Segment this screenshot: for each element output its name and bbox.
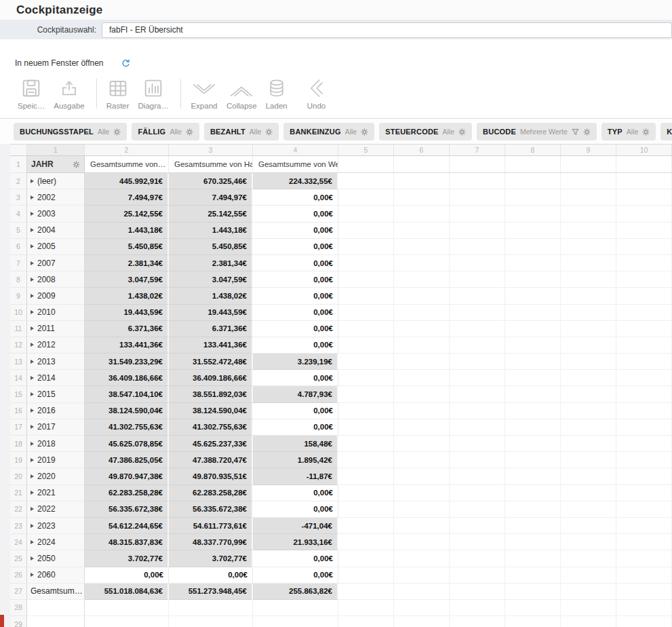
value-cell[interactable]: 38.547.104,10€: [85, 386, 169, 402]
toolbar-button-laden[interactable]: Laden: [266, 76, 288, 110]
refresh-icon[interactable]: [121, 59, 130, 68]
empty-cell[interactable]: [505, 370, 561, 386]
gear-icon[interactable]: [73, 161, 80, 168]
row-label-cell[interactable]: 2008: [27, 271, 85, 288]
empty-cell[interactable]: [616, 419, 672, 436]
expand-arrow-icon[interactable]: [31, 474, 34, 478]
empty-cell[interactable]: [394, 288, 450, 304]
value-cell[interactable]: 1.438,02€: [169, 288, 253, 304]
value-cell[interactable]: 4.787,93€: [253, 386, 338, 402]
empty-cell[interactable]: [338, 206, 394, 222]
empty-cell[interactable]: [450, 452, 505, 468]
value-cell[interactable]: 36.409.186,66€: [169, 370, 253, 386]
column-header-cell[interactable]: Gesamtsumme von Haben: [169, 156, 253, 173]
empty-cell[interactable]: [616, 452, 672, 468]
empty-cell[interactable]: [394, 550, 450, 567]
value-cell[interactable]: 0,00€: [253, 567, 338, 584]
row-label-cell[interactable]: Gesamtsum…: [27, 584, 85, 600]
row-label-cell[interactable]: 2015: [27, 386, 85, 402]
empty-cell[interactable]: [505, 518, 561, 534]
toolbar-button-save[interactable]: Speic…: [18, 76, 45, 110]
empty-cell[interactable]: [394, 305, 450, 321]
empty-cell[interactable]: [450, 534, 505, 550]
expand-arrow-icon[interactable]: [31, 524, 34, 528]
value-cell[interactable]: 0,00€: [253, 223, 338, 239]
empty-cell[interactable]: [450, 501, 505, 518]
toolbar-button-expand[interactable]: Expand: [191, 76, 218, 110]
empty-cell[interactable]: [338, 501, 394, 518]
empty-cell[interactable]: [338, 255, 394, 271]
empty-cell[interactable]: [338, 584, 394, 600]
empty-cell[interactable]: [616, 239, 672, 255]
value-cell[interactable]: 62.283.258,28€: [169, 485, 253, 501]
empty-cell[interactable]: [338, 436, 394, 452]
value-cell[interactable]: 31.549.233,29€: [85, 354, 169, 370]
empty-cell[interactable]: [616, 255, 672, 271]
empty-cell[interactable]: [561, 386, 616, 402]
empty-cell[interactable]: [338, 616, 394, 627]
empty-cell[interactable]: [338, 452, 394, 468]
value-cell[interactable]: 38.124.590,04€: [169, 403, 253, 419]
empty-cell[interactable]: [338, 354, 394, 370]
empty-cell[interactable]: [450, 337, 505, 354]
value-cell[interactable]: 158,48€: [253, 436, 338, 452]
row-label-cell[interactable]: 2022: [27, 501, 85, 518]
value-cell[interactable]: 3.047,59€: [85, 271, 169, 288]
value-cell[interactable]: 45.625.237,33€: [169, 436, 253, 452]
row-label-cell[interactable]: 2013: [27, 354, 85, 370]
empty-cell[interactable]: [616, 337, 672, 354]
empty-cell[interactable]: [394, 386, 450, 402]
empty-cell[interactable]: [505, 584, 561, 600]
gear-icon[interactable]: [265, 128, 273, 136]
empty-cell[interactable]: [450, 173, 505, 189]
value-cell[interactable]: -471,04€: [253, 518, 338, 534]
empty-cell[interactable]: [338, 189, 394, 206]
value-cell[interactable]: 1.895,42€: [253, 452, 338, 468]
empty-cell[interactable]: [561, 550, 616, 567]
empty-cell[interactable]: [505, 550, 561, 567]
value-cell[interactable]: 41.302.755,63€: [85, 419, 169, 436]
empty-cell[interactable]: [394, 584, 450, 600]
open-new-window-link[interactable]: In neuem Fenster öffnen: [15, 58, 104, 68]
row-label-cell[interactable]: 2023: [27, 518, 85, 534]
empty-cell[interactable]: [338, 288, 394, 304]
value-cell[interactable]: 133.441,36€: [169, 337, 253, 354]
empty-cell[interactable]: [338, 321, 394, 337]
empty-cell[interactable]: [616, 567, 672, 584]
row-label-cell[interactable]: 2017: [27, 419, 85, 436]
gear-icon[interactable]: [186, 128, 193, 136]
empty-cell[interactable]: [616, 354, 672, 370]
gear-icon[interactable]: [458, 128, 466, 136]
empty-cell[interactable]: [450, 600, 505, 616]
empty-cell[interactable]: [394, 436, 450, 452]
empty-cell[interactable]: [561, 337, 616, 354]
empty-cell[interactable]: [561, 567, 616, 584]
empty-cell[interactable]: [505, 288, 561, 304]
empty-cell[interactable]: [394, 567, 450, 584]
value-cell[interactable]: 670.325,46€: [169, 173, 253, 189]
empty-cell[interactable]: [450, 567, 505, 584]
value-cell[interactable]: 6.371,36€: [85, 321, 169, 337]
value-cell[interactable]: 0,00€: [253, 305, 338, 321]
empty-cell[interactable]: [561, 173, 616, 189]
empty-cell[interactable]: [169, 616, 253, 627]
empty-cell[interactable]: [505, 534, 561, 550]
value-cell[interactable]: 551.018.084,63€: [85, 584, 169, 600]
empty-cell[interactable]: [505, 600, 561, 616]
value-cell[interactable]: -11,87€: [253, 468, 338, 484]
toolbar-button-output[interactable]: Ausgabe: [54, 76, 84, 110]
filter-chip-bucode[interactable]: BUCODEMehrere Werte: [477, 123, 597, 140]
empty-cell[interactable]: [394, 354, 450, 370]
value-cell[interactable]: 2.381,34€: [85, 255, 169, 271]
gear-icon[interactable]: [113, 128, 121, 136]
empty-cell[interactable]: [616, 173, 672, 189]
empty-cell[interactable]: [505, 386, 561, 402]
value-cell[interactable]: 2.381,34€: [169, 255, 253, 271]
value-cell[interactable]: 56.335.672,38€: [85, 501, 169, 518]
empty-cell[interactable]: [338, 567, 394, 584]
empty-cell[interactable]: [561, 271, 616, 288]
expand-arrow-icon[interactable]: [31, 310, 34, 314]
value-cell[interactable]: 54.612.244,65€: [85, 518, 169, 534]
empty-cell[interactable]: [561, 485, 616, 501]
empty-cell[interactable]: [338, 600, 394, 616]
